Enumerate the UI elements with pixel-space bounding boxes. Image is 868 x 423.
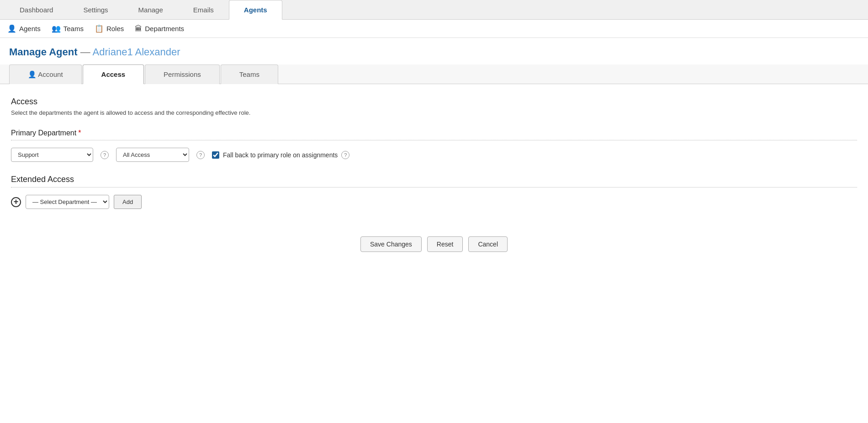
department-help-icon[interactable]: ? bbox=[101, 151, 109, 159]
subnav-departments-label: Departments bbox=[145, 25, 184, 32]
fallback-checkbox[interactable] bbox=[212, 151, 219, 159]
extended-access-heading: Extended Access bbox=[11, 175, 857, 184]
subnav-roles-label: Roles bbox=[106, 25, 124, 32]
primary-department-row: Support Sales Billing Technical ? All Ac… bbox=[11, 148, 857, 162]
access-help-icon[interactable]: ? bbox=[196, 151, 205, 159]
tab-permissions[interactable]: Permissions bbox=[145, 64, 220, 84]
subnav-roles[interactable]: 📋 Roles bbox=[95, 24, 124, 33]
cancel-button[interactable]: Cancel bbox=[468, 236, 508, 252]
nav-agents[interactable]: Agents bbox=[229, 0, 282, 20]
agent-name: Adriane1 Alexander bbox=[93, 46, 180, 58]
tab-access[interactable]: Access bbox=[83, 64, 144, 84]
subnav-agents-label: Agents bbox=[19, 25, 41, 32]
page-title-area: Manage Agent — Adriane1 Alexander bbox=[0, 38, 868, 64]
reset-button[interactable]: Reset bbox=[427, 236, 463, 252]
subnav-teams-label: Teams bbox=[64, 25, 84, 32]
required-indicator: * bbox=[78, 129, 81, 137]
extended-access-section: Extended Access + — Select Department — … bbox=[11, 175, 857, 209]
top-navigation: Dashboard Settings Manage Emails Agents bbox=[0, 0, 868, 20]
access-description: Select the departments the agent is allo… bbox=[11, 109, 857, 116]
tab-teams[interactable]: Teams bbox=[221, 64, 278, 84]
agents-icon: 👤 bbox=[7, 24, 16, 33]
fallback-help-icon[interactable]: ? bbox=[341, 151, 349, 159]
add-department-row: + — Select Department — Support Sales Bi… bbox=[11, 195, 857, 209]
save-changes-button[interactable]: Save Changes bbox=[360, 236, 422, 252]
department-dropdown[interactable]: — Select Department — Support Sales Bill… bbox=[26, 195, 109, 209]
subnav-teams[interactable]: 👥 Teams bbox=[52, 24, 84, 33]
subnav-departments[interactable]: 🏛 Departments bbox=[135, 25, 184, 33]
tab-account[interactable]: 👤 Account bbox=[9, 64, 82, 84]
nav-settings[interactable]: Settings bbox=[68, 0, 123, 20]
primary-department-label: Primary Department * bbox=[11, 129, 857, 137]
nav-manage[interactable]: Manage bbox=[123, 0, 178, 20]
roles-icon: 📋 bbox=[95, 24, 104, 33]
fallback-label: Fall back to primary role on assignments bbox=[223, 151, 338, 159]
nav-dashboard[interactable]: Dashboard bbox=[5, 0, 68, 20]
subnav-agents[interactable]: 👤 Agents bbox=[7, 24, 41, 33]
teams-icon: 👥 bbox=[52, 24, 61, 33]
add-button[interactable]: Add bbox=[114, 195, 142, 209]
section-tabs: 👤 Account Access Permissions Teams bbox=[0, 64, 868, 84]
extended-separator bbox=[11, 187, 857, 187]
sub-navigation: 👤 Agents 👥 Teams 📋 Roles 🏛 Departments bbox=[0, 20, 868, 38]
field-separator bbox=[11, 140, 857, 140]
department-select[interactable]: Support Sales Billing Technical bbox=[11, 148, 93, 162]
access-heading: Access bbox=[11, 97, 857, 107]
actions-row: Save Changes Reset Cancel bbox=[11, 236, 857, 252]
account-icon: 👤 bbox=[28, 70, 38, 78]
nav-emails[interactable]: Emails bbox=[178, 0, 229, 20]
main-content: Access Select the departments the agent … bbox=[0, 84, 868, 265]
fallback-checkbox-row: Fall back to primary role on assignments… bbox=[212, 151, 349, 159]
manage-agent-label: Manage Agent bbox=[9, 46, 78, 58]
departments-icon: 🏛 bbox=[135, 25, 142, 33]
plus-circle-icon[interactable]: + bbox=[11, 197, 21, 207]
access-level-select[interactable]: All Access Read Only No Access bbox=[116, 148, 189, 162]
dash-separator: — bbox=[80, 46, 93, 58]
